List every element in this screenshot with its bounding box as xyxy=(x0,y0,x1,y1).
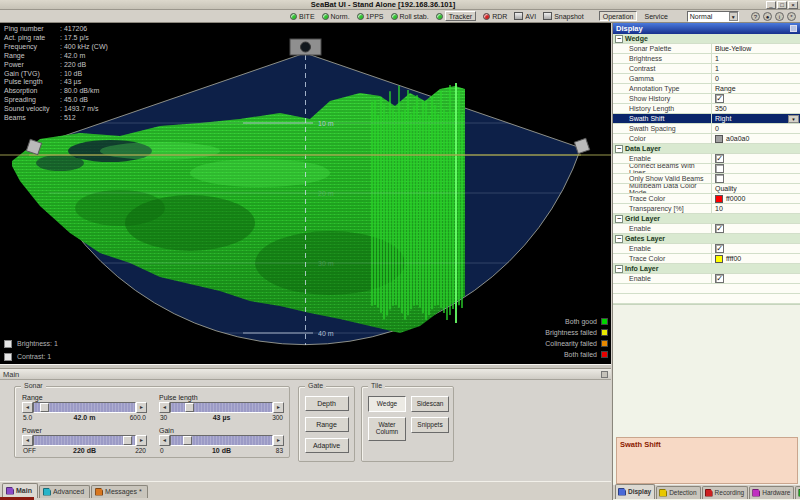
property-group-row[interactable]: −Wedge xyxy=(613,34,800,44)
slider-left-arrow-icon[interactable]: ◄ xyxy=(22,402,33,413)
tab-display[interactable]: Display xyxy=(615,484,655,499)
rdr-indicator[interactable]: RDR xyxy=(483,13,507,20)
property-row[interactable]: Colora0a0a0 xyxy=(613,134,800,144)
operation-button[interactable]: Operation xyxy=(599,11,638,21)
slider-right-arrow-icon[interactable]: ► xyxy=(273,402,284,413)
help-icon[interactable]: ? xyxy=(751,12,760,21)
gate-button-depth[interactable]: Depth xyxy=(305,396,349,411)
slider-track[interactable] xyxy=(33,402,136,413)
property-group-row[interactable]: −Data Layer xyxy=(613,144,800,154)
profile-select[interactable]: Normal ▼ xyxy=(687,11,739,22)
collapse-icon[interactable]: − xyxy=(615,215,623,223)
tab-file-icon xyxy=(659,489,667,497)
tab-messages-[interactable]: Messages * xyxy=(91,485,148,498)
info-icon[interactable]: i xyxy=(775,12,784,21)
color-swatch xyxy=(715,195,723,203)
slider-thumb[interactable] xyxy=(183,436,192,445)
slider-right-arrow-icon[interactable]: ► xyxy=(136,435,147,446)
tab-main[interactable]: Main xyxy=(2,483,38,498)
property-row[interactable]: Multibeam Data Color ModeQuality xyxy=(613,184,800,194)
checkbox-checked[interactable]: ✓ xyxy=(715,154,724,163)
slider-left-arrow-icon[interactable]: ◄ xyxy=(159,435,170,446)
toolbar-led-label: Roll stab. xyxy=(400,13,429,20)
property-group-row[interactable]: −Grid Layer xyxy=(613,214,800,224)
info-label: Sound velocity xyxy=(4,105,60,114)
slider-max-value: 600.0 xyxy=(130,414,146,421)
property-row[interactable]: Only Show Valid Beams xyxy=(613,174,800,184)
checkbox-checked[interactable]: ✓ xyxy=(715,224,724,233)
property-row[interactable]: Enable✓ xyxy=(613,154,800,164)
indicator-square-icon xyxy=(4,340,12,348)
tab-detection[interactable]: Detection xyxy=(656,486,700,499)
tab-io[interactable]: IO xyxy=(795,486,800,499)
property-value-text: 0 xyxy=(715,75,719,82)
tile-button-sidescan[interactable]: Sidescan xyxy=(411,396,449,412)
pin-icon[interactable] xyxy=(790,25,797,32)
property-row[interactable]: Enable✓ xyxy=(613,274,800,284)
collapse-icon[interactable]: − xyxy=(615,35,623,43)
tile-button-wedge[interactable]: Wedge xyxy=(368,396,406,412)
property-row[interactable]: Gamma0 xyxy=(613,74,800,84)
slider-track[interactable] xyxy=(33,435,136,446)
tab-advanced[interactable]: Advanced xyxy=(39,485,90,498)
property-row[interactable]: Swath Spacing0 xyxy=(613,124,800,134)
slider-left-arrow-icon[interactable]: ◄ xyxy=(22,435,33,446)
tile-button-snippets[interactable]: Snippets xyxy=(411,417,449,433)
tracker-button[interactable]: Tracker xyxy=(436,11,476,21)
service-button[interactable]: Service xyxy=(644,13,667,20)
info-value: : 43 µs xyxy=(60,78,81,87)
collapse-icon[interactable]: − xyxy=(615,145,623,153)
property-row[interactable]: Enable✓ xyxy=(613,224,800,234)
collapse-icon[interactable]: − xyxy=(615,235,623,243)
property-value xyxy=(712,174,800,183)
chevron-down-icon[interactable]: ▼ xyxy=(729,12,738,21)
sonar-wedge-view[interactable]: 10 m20 m30 m40 m Ping number: 417206Act.… xyxy=(0,23,611,364)
property-row[interactable]: Connect Beams With Lines xyxy=(613,164,800,174)
property-value: 350 xyxy=(712,104,800,113)
settings-icon[interactable]: * xyxy=(787,12,796,21)
checkbox-checked[interactable]: ✓ xyxy=(715,244,724,253)
property-row[interactable]: Trace Colorff0000 xyxy=(613,194,800,204)
minimize-button[interactable]: _ xyxy=(766,1,776,9)
slider-track[interactable] xyxy=(170,435,273,446)
property-row[interactable]: Brightness1 xyxy=(613,54,800,64)
legend-color-icon xyxy=(601,318,608,325)
checkbox-checked[interactable]: ✓ xyxy=(715,274,724,283)
property-row[interactable]: Contrast1 xyxy=(613,64,800,74)
tab-hardware[interactable]: Hardware xyxy=(749,486,794,499)
dropdown-button[interactable]: ▼ xyxy=(788,115,799,123)
property-row[interactable]: Enable✓ xyxy=(613,244,800,254)
checkbox-checked[interactable]: ✓ xyxy=(715,94,724,103)
property-group-row[interactable]: −Info Layer xyxy=(613,264,800,274)
slider-thumb[interactable] xyxy=(123,436,132,445)
gate-button-adaptive[interactable]: Adaptive xyxy=(305,438,349,453)
gate-button-range[interactable]: Range xyxy=(305,417,349,432)
property-row[interactable]: Sonar PaletteBlue-Yellow xyxy=(613,44,800,54)
tab-recording[interactable]: Recording xyxy=(702,486,749,499)
close-button[interactable]: × xyxy=(788,1,798,9)
pin-icon[interactable] xyxy=(601,371,608,378)
property-group-row[interactable]: −Gates Layer xyxy=(613,234,800,244)
property-row[interactable]: Swath ShiftRight▼ xyxy=(613,114,800,124)
property-row[interactable]: Annotation TypeRange xyxy=(613,84,800,94)
maximize-button[interactable]: □ xyxy=(777,1,787,9)
property-value: ✓ xyxy=(712,94,800,103)
slider-track[interactable] xyxy=(170,402,273,413)
slider-thumb[interactable] xyxy=(185,403,194,412)
collapse-icon[interactable]: − xyxy=(615,265,623,273)
slider-right-arrow-icon[interactable]: ► xyxy=(136,402,147,413)
checkbox-unchecked[interactable] xyxy=(715,174,724,183)
snapshot-button[interactable]: Snapshot xyxy=(543,12,584,20)
property-value-text: Range xyxy=(715,85,736,92)
tile-button-water-column[interactable]: Water Column xyxy=(368,417,406,441)
avi-button[interactable]: AVI xyxy=(514,12,536,20)
property-row[interactable]: Transparency [%]10 xyxy=(613,204,800,214)
slider-right-arrow-icon[interactable]: ► xyxy=(273,435,284,446)
property-row[interactable]: Trace Colorffff00 xyxy=(613,254,800,264)
web-icon[interactable]: ● xyxy=(763,12,772,21)
checkbox-unchecked[interactable] xyxy=(715,164,724,173)
property-row[interactable]: History Length350 xyxy=(613,104,800,114)
property-row[interactable]: Show History✓ xyxy=(613,94,800,104)
slider-thumb[interactable] xyxy=(40,403,49,412)
slider-left-arrow-icon[interactable]: ◄ xyxy=(159,402,170,413)
